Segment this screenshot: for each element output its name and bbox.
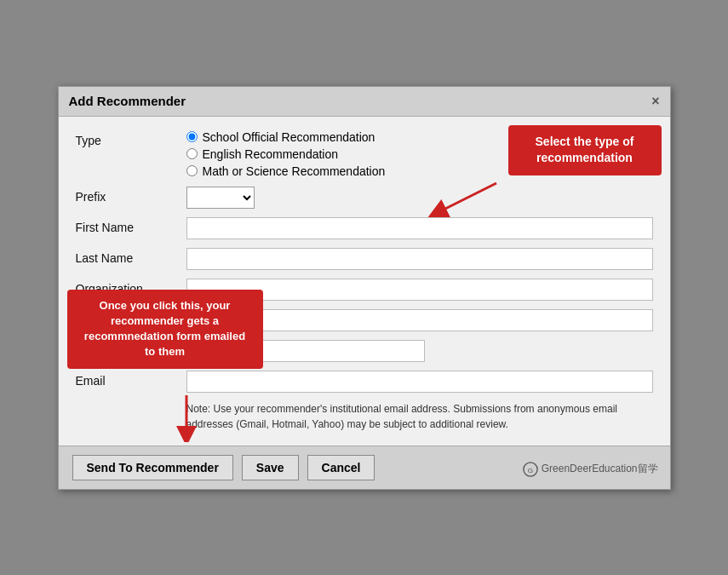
firstname-label: First Name: [76, 217, 186, 234]
radio-english-label: English Recommendation: [203, 147, 339, 161]
watermark-text: GreenDeerEducation留学: [542, 462, 658, 476]
type-label: Type: [76, 130, 186, 147]
email-wrap: [186, 371, 653, 393]
email-label: Email: [76, 371, 186, 388]
callout-bottom-left: Once you click this, your recommender ge…: [67, 290, 263, 369]
callout-top-right: Select the type of recommendation: [508, 125, 662, 175]
radio-school-official-label: School Official Recommendation: [203, 130, 375, 144]
cancel-button[interactable]: Cancel: [307, 455, 375, 480]
prefix-select[interactable]: Mr. Ms. Dr. Prof.: [186, 187, 255, 209]
save-button[interactable]: Save: [242, 455, 299, 480]
svg-line-1: [437, 183, 496, 213]
radio-math-science-label: Math or Science Recommendation: [203, 164, 386, 178]
lastname-wrap: [186, 248, 653, 270]
email-input[interactable]: [186, 371, 653, 393]
watermark: G GreenDeerEducation留学: [523, 462, 658, 477]
dialog-body: Select the type of recommendation Type S…: [59, 117, 670, 446]
firstname-row: First Name: [76, 217, 653, 239]
watermark-logo-icon: G: [523, 462, 538, 477]
add-recommender-dialog: Add Recommender × Select the type of rec…: [58, 86, 671, 490]
close-icon[interactable]: ×: [651, 94, 659, 109]
arrow-bottom-icon: [161, 395, 212, 445]
arrow-top-right-icon: [428, 175, 505, 220]
send-to-recommender-button[interactable]: Send To Recommender: [72, 455, 233, 480]
dialog-header: Add Recommender ×: [59, 87, 670, 117]
lastname-input[interactable]: [186, 248, 653, 270]
email-note: Note: Use your recommender's institution…: [186, 401, 638, 432]
lastname-row: Last Name: [76, 248, 653, 270]
email-row: Email: [76, 371, 653, 393]
lastname-label: Last Name: [76, 248, 186, 265]
prefix-label: Prefix: [76, 187, 186, 204]
svg-text:G: G: [528, 466, 533, 474]
dialog-title: Add Recommender: [69, 94, 186, 108]
prefix-row: Prefix Mr. Ms. Dr. Prof.: [76, 187, 653, 209]
prefix-wrap: Mr. Ms. Dr. Prof.: [186, 187, 653, 209]
firstname-wrap: [186, 217, 653, 239]
firstname-input[interactable]: [186, 217, 653, 239]
dialog-footer: Send To Recommender Save Cancel G GreenD…: [59, 446, 670, 489]
